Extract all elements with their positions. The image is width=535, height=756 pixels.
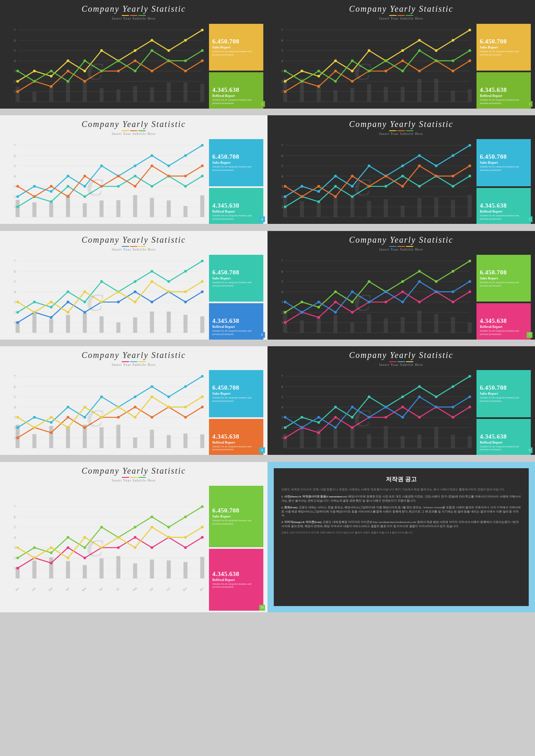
svg-point-294: [385, 175, 387, 178]
svg-point-59: [150, 70, 153, 72]
svg-point-189: [16, 195, 19, 198]
svg-point-72: [167, 59, 170, 62]
svg-point-146: [418, 49, 420, 52]
svg-point-217: [84, 175, 86, 178]
svg-rect-112: [451, 91, 455, 102]
svg-point-125: [469, 29, 471, 31]
svg-point-440: [317, 301, 320, 303]
svg-rect-478: [32, 434, 36, 448]
svg-point-505: [84, 426, 86, 429]
svg-text:2: 2: [14, 195, 15, 199]
svg-point-418: [351, 301, 354, 303]
svg-text:7: 7: [14, 375, 15, 378]
copyright-title: 저작권 공고: [281, 476, 521, 483]
svg-point-432: [385, 301, 387, 303]
svg-rect-329: [49, 319, 54, 333]
svg-point-446: [418, 280, 420, 283]
underline-bar: [0, 15, 268, 16]
stat-number-2: 4.345.638: [212, 86, 260, 94]
svg-rect-331: [83, 313, 87, 332]
svg-point-449: [469, 280, 471, 283]
chart-area: C 1234567JanFebMarAprMayJunJulAugSepOctN…: [272, 139, 473, 224]
chart-area: C 1234567JanFebMarAprMayJunJulAugSepOctN…: [4, 486, 206, 611]
svg-point-144: [385, 59, 387, 62]
svg-rect-635: [150, 559, 154, 578]
slide-subtitle: Insert Your Subtitle Here: [268, 17, 535, 20]
svg-rect-485: [150, 430, 154, 448]
slide-title: Company Yearly Statistic: [268, 350, 535, 360]
svg-point-523: [184, 406, 187, 408]
slide-title: Company Yearly Statistic: [268, 119, 535, 129]
stat-desc-1: Suitable for all categories business and…: [212, 396, 260, 403]
svg-rect-181: [83, 203, 87, 217]
slide-header: Company Yearly Statistic Insert Your Sub…: [0, 0, 268, 22]
slide-7: Company Yearly Statistic Insert Your Sub…: [0, 346, 268, 455]
svg-text:5: 5: [14, 280, 15, 284]
svg-point-218: [100, 185, 103, 188]
stat-number-1: 6.450.708: [212, 384, 260, 391]
svg-point-493: [84, 416, 86, 419]
svg-point-62: [201, 59, 204, 62]
svg-point-363: [16, 301, 19, 303]
slide-body: C 1234567JanFebMarAprMayJunJulAugSepOctN…: [268, 22, 535, 109]
svg-point-424: [452, 270, 454, 272]
svg-point-292: [351, 175, 354, 178]
slide-3: Company Yearly Statistic Insert Your Sub…: [0, 115, 268, 224]
svg-point-518: [100, 416, 103, 419]
svg-point-190: [33, 185, 36, 188]
stat-label-2: Refferal Report: [212, 578, 260, 582]
svg-point-366: [66, 311, 69, 313]
svg-rect-110: [418, 79, 422, 101]
slide-4: Company Yearly Statistic Insert Your Sub…: [268, 115, 535, 224]
svg-point-489: [16, 426, 19, 429]
svg-point-48: [167, 49, 170, 52]
svg-point-504: [66, 416, 69, 419]
svg-rect-108: [384, 87, 388, 102]
svg-rect-188: [200, 195, 204, 217]
stat-label-1: Sales Report: [480, 277, 527, 280]
svg-point-350: [201, 259, 204, 262]
svg-point-578: [317, 431, 320, 434]
svg-point-70: [134, 70, 136, 72]
svg-rect-256: [350, 197, 354, 217]
slide-1: Company Yearly Statistic Insert Your Sub…: [0, 0, 268, 109]
svg-point-207: [117, 185, 120, 188]
svg-point-516: [66, 426, 69, 429]
svg-point-122: [418, 39, 420, 41]
svg-point-137: [469, 59, 471, 62]
stat-number-1: 6.450.708: [212, 38, 260, 45]
slide-number: 5: [527, 216, 532, 222]
svg-point-666: [66, 556, 69, 559]
svg-point-370: [134, 301, 136, 303]
svg-point-220: [134, 185, 136, 188]
svg-rect-330: [66, 315, 70, 333]
svg-rect-338: [200, 316, 204, 332]
stat-number-2: 4.345.638: [480, 433, 527, 440]
svg-point-447: [435, 290, 437, 293]
svg-point-348: [167, 280, 170, 283]
svg-point-269: [368, 165, 370, 167]
svg-rect-479: [49, 426, 54, 448]
svg-text:5: 5: [281, 165, 283, 168]
svg-point-191: [50, 190, 52, 193]
underline-bar: [268, 246, 535, 247]
stat-number-2: 4.345.638: [480, 202, 527, 209]
svg-point-41: [50, 75, 52, 77]
svg-point-295: [401, 185, 404, 188]
svg-point-364: [33, 311, 36, 313]
svg-point-448: [452, 290, 454, 293]
svg-point-65: [50, 70, 52, 72]
svg-point-591: [334, 426, 336, 429]
underline-bar: [0, 246, 268, 247]
svg-point-142: [351, 59, 354, 62]
svg-point-133: [401, 59, 404, 62]
slide-subtitle: Insert Your Subtitle Here: [0, 17, 268, 20]
stat-label-1: Sales Report: [480, 392, 527, 396]
svg-rect-630: [66, 561, 70, 578]
svg-point-593: [368, 416, 370, 419]
svg-rect-487: [183, 434, 188, 448]
svg-rect-334: [133, 317, 137, 333]
svg-point-664: [33, 556, 36, 559]
svg-rect-404: [317, 318, 321, 333]
stat-label-2: Refferal Report: [480, 94, 527, 98]
